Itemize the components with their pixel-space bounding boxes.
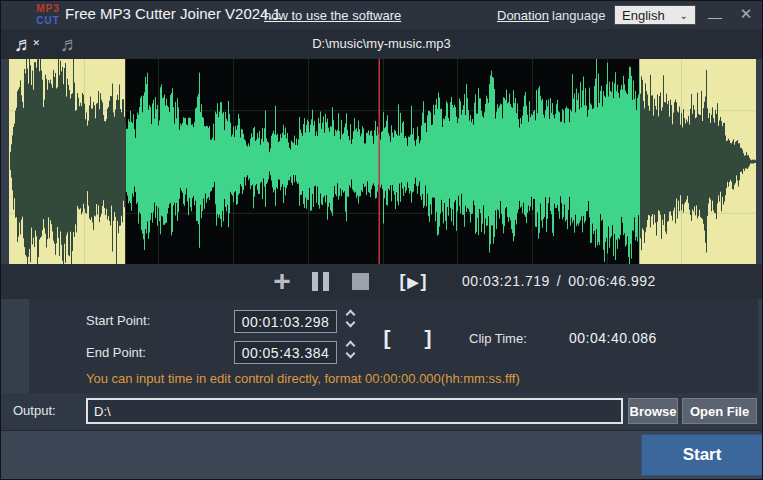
time-separator: / bbox=[557, 273, 561, 289]
pause-bar-icon bbox=[323, 272, 329, 291]
output-path-input[interactable] bbox=[86, 398, 623, 424]
time-display: 00:03:21.719/00:06:46.992 bbox=[462, 273, 656, 289]
language-selected-value: English bbox=[622, 8, 665, 23]
bracket-right-icon: ] bbox=[420, 271, 426, 292]
donation-link[interactable]: Donation bbox=[497, 8, 549, 23]
play-button[interactable]: + bbox=[267, 264, 297, 299]
end-point-input[interactable] bbox=[234, 341, 337, 364]
start-point-input[interactable] bbox=[234, 310, 337, 333]
tab-cutter[interactable]: ♬ ✕ bbox=[10, 31, 38, 57]
tab-joiner[interactable]: ♬ bbox=[56, 31, 84, 57]
set-end-bracket-button[interactable]: ] bbox=[418, 323, 438, 353]
play-selection-button[interactable]: [ ▶ ] bbox=[391, 269, 435, 294]
open-file-button[interactable]: Open File bbox=[682, 398, 757, 424]
end-spin-down-icon[interactable] bbox=[343, 351, 357, 361]
close-button[interactable]: ✕ bbox=[734, 4, 758, 24]
language-select[interactable]: English ⌄ bbox=[614, 5, 696, 25]
joiner-note-icon: ♬ bbox=[60, 33, 80, 55]
play-icon: ▶ bbox=[408, 274, 419, 290]
browse-button[interactable]: Browse bbox=[628, 398, 678, 424]
start-point-label: Start Point: bbox=[86, 313, 150, 328]
clip-time-value: 00:04:40.086 bbox=[569, 330, 657, 346]
logo-text-bottom: CUT bbox=[34, 15, 62, 27]
start-spin-down-icon[interactable] bbox=[343, 320, 357, 330]
current-time: 00:03:21.719 bbox=[462, 273, 550, 289]
stop-button[interactable] bbox=[352, 273, 369, 290]
app-logo-icon: MP3 CUT bbox=[34, 3, 62, 27]
output-label: Output: bbox=[13, 403, 56, 418]
end-point-label: End Point: bbox=[86, 345, 146, 360]
logo-text-top: MP3 bbox=[34, 3, 62, 15]
cutter-note-icon: ♬ bbox=[14, 33, 34, 55]
toolbar: D:\music\my-music.mp3 ♬ ✕ ♬ bbox=[1, 29, 762, 59]
language-label: language bbox=[552, 8, 606, 23]
cutter-x-icon: ✕ bbox=[32, 30, 40, 56]
app-title: Free MP3 Cutter Joiner V2024.1 bbox=[65, 5, 281, 22]
bracket-left-icon: [ bbox=[400, 271, 406, 292]
minimize-button[interactable]: — bbox=[703, 4, 727, 24]
clip-time-label: Clip Time: bbox=[469, 331, 527, 346]
input-format-hint: You can input time in edit control direc… bbox=[86, 371, 520, 386]
total-time: 00:06:46.992 bbox=[568, 273, 656, 289]
start-button[interactable]: Start bbox=[641, 434, 763, 476]
set-start-bracket-button[interactable]: [ bbox=[377, 323, 397, 353]
transport-bar: + [ ▶ ] 00:03:21.719/00:06:46.992 bbox=[1, 264, 762, 299]
bottom-bar: Start bbox=[1, 430, 762, 480]
pause-button[interactable] bbox=[309, 272, 331, 291]
title-bar: MP3 CUT Free MP3 Cutter Joiner V2024.1 h… bbox=[1, 1, 762, 29]
help-link[interactable]: how to use the software bbox=[264, 8, 401, 23]
app-window: MP3 CUT Free MP3 Cutter Joiner V2024.1 h… bbox=[0, 0, 763, 480]
edit-panel: Start Point: End Point: [ ] Clip Time: 0… bbox=[29, 299, 758, 393]
pause-bar-icon bbox=[312, 272, 318, 291]
waveform-display[interactable] bbox=[9, 59, 756, 264]
chevron-down-icon: ⌄ bbox=[680, 10, 688, 21]
output-row: Output: Browse Open File bbox=[1, 393, 762, 430]
loaded-file-path: D:\music\my-music.mp3 bbox=[1, 29, 762, 59]
